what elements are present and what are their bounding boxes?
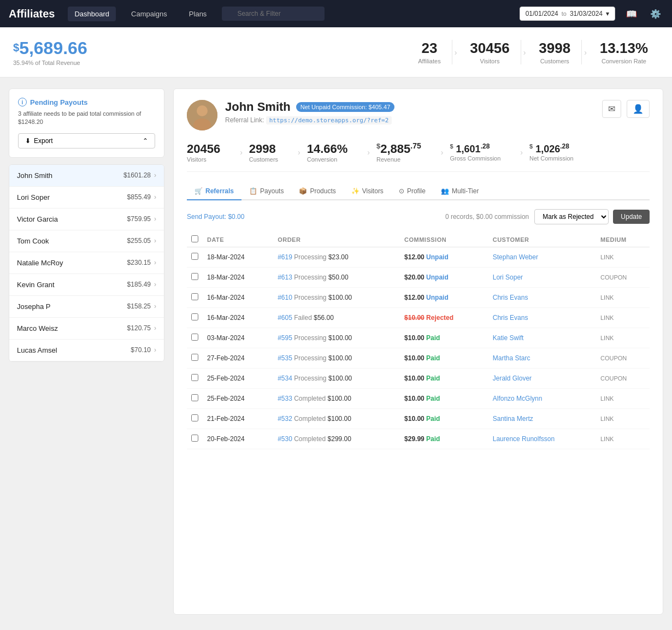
chevron-right-icon-6: ›	[154, 302, 156, 310]
affiliate-row-6[interactable]: Josepha P $158.25 ›	[9, 296, 164, 318]
order-link-2[interactable]: #610	[278, 294, 292, 301]
row-customer-5: Martha Starc	[488, 348, 596, 369]
affiliate-row-8[interactable]: Lucas Amsel $70.10 ›	[9, 340, 164, 361]
chevron-right-icon-1: ›	[154, 193, 156, 201]
tab-payouts[interactable]: 📋 Payouts	[241, 183, 291, 200]
aff-stat-conversion: 14.66% Conversion	[307, 142, 361, 163]
row-select-3[interactable]	[191, 313, 198, 320]
row-commission-1: $20.00 Unpaid	[400, 268, 488, 288]
affiliate-row-5[interactable]: Kevin Grant $185.49 ›	[9, 274, 164, 296]
affiliate-name-2: Victor Garcia	[17, 215, 127, 223]
row-select-6[interactable]	[191, 374, 198, 381]
update-button[interactable]: Update	[613, 210, 650, 224]
date-range-picker[interactable]: 01/01/2024 to 31/03/2024 ▾	[520, 7, 615, 21]
mark-as-select[interactable]: Mark as Rejected Mark as Paid Mark as Un…	[534, 209, 609, 224]
row-select-1[interactable]	[191, 273, 198, 280]
row-select-5[interactable]	[191, 354, 198, 361]
affiliate-name-0: John Smith	[17, 171, 123, 180]
affiliate-row-4[interactable]: Natalie McRoy $230.15 ›	[9, 252, 164, 274]
revenue-value: 5,689.66	[19, 38, 87, 58]
email-button[interactable]: ✉	[602, 100, 621, 118]
row-select-0[interactable]	[191, 253, 198, 260]
tab-visitors[interactable]: ✨ Visitors	[344, 183, 391, 200]
customer-link-4[interactable]: Katie Swift	[493, 334, 524, 342]
row-select-4[interactable]	[191, 334, 198, 341]
book-icon-btn[interactable]: 📖	[624, 7, 639, 21]
search-wrap: 🔍	[222, 7, 325, 21]
row-commission-0: $12.00 Unpaid	[400, 247, 488, 268]
send-payout-link[interactable]: Send Payout: $0.00	[187, 213, 244, 221]
tab-products-label: Products	[310, 187, 335, 195]
order-link-5[interactable]: #535	[278, 354, 292, 362]
order-link-9[interactable]: #530	[278, 435, 292, 443]
customer-link-8[interactable]: Santina Mertz	[493, 415, 533, 423]
order-link-6[interactable]: #534	[278, 375, 292, 382]
customer-link-2[interactable]: Chris Evans	[493, 294, 528, 301]
order-link-3[interactable]: #605	[278, 314, 292, 322]
row-checkbox-5	[187, 348, 203, 369]
nav-campaigns[interactable]: Campaigns	[125, 7, 174, 21]
row-checkbox-2	[187, 288, 203, 308]
row-select-8[interactable]	[191, 414, 198, 421]
customer-link-1[interactable]: Lori Soper	[493, 274, 523, 281]
tab-multitier[interactable]: 👥 Multi-Tier	[433, 183, 487, 200]
export-label: Export	[34, 137, 53, 145]
profile-icon: ⊙	[399, 187, 404, 195]
order-link-0[interactable]: #619	[278, 253, 292, 261]
row-order-4: #595 Processing $100.00	[273, 328, 400, 348]
affiliate-row-2[interactable]: Victor Garcia $759.95 ›	[9, 209, 164, 230]
row-medium-0: LINK	[596, 247, 650, 268]
pending-title: i Pending Payouts	[18, 98, 155, 106]
topnav: Affiliates Dashboard Campaigns Plans 🔍 0…	[0, 0, 672, 27]
conversion-label: Conversion Rate	[600, 58, 648, 64]
select-all-checkbox[interactable]	[191, 235, 198, 242]
row-order-amt-5: $100.00	[328, 354, 352, 362]
search-input[interactable]	[222, 7, 325, 21]
tab-profile[interactable]: ⊙ Profile	[391, 183, 433, 200]
row-date-9: 20-Feb-2024	[203, 429, 273, 449]
order-link-8[interactable]: #532	[278, 415, 292, 423]
tab-referrals[interactable]: 🛒 Referrals	[187, 183, 241, 200]
row-select-7[interactable]	[191, 394, 198, 401]
customer-link-5[interactable]: Martha Starc	[493, 354, 530, 362]
customer-link-7[interactable]: Alfonzo McGlynn	[493, 395, 543, 402]
row-select-2[interactable]	[191, 293, 198, 300]
aff-conversion-label: Conversion	[307, 156, 348, 163]
row-medium-3: LINK	[596, 308, 650, 328]
customer-link-6[interactable]: Jerald Glover	[493, 375, 532, 382]
customer-link-3[interactable]: Chris Evans	[493, 314, 528, 322]
table-row: 18-Mar-2024 #619 Processing $23.00 $12.0…	[187, 247, 650, 268]
main-revenue: $5,689.66 35.94% of Total Revenue	[13, 38, 87, 66]
affiliate-row-3[interactable]: Tom Cook $255.05 ›	[9, 230, 164, 252]
visitors-number: 30456	[470, 40, 509, 57]
row-select-9[interactable]	[191, 435, 198, 442]
order-link-1[interactable]: #613	[278, 274, 292, 281]
order-link-7[interactable]: #533	[278, 395, 292, 402]
affiliate-row-1[interactable]: Lori Soper $855.49 ›	[9, 187, 164, 209]
row-medium-5: COUPON	[596, 348, 650, 369]
tab-products[interactable]: 📦 Products	[291, 183, 343, 200]
affiliate-amount-4: $230.15	[127, 259, 151, 266]
aff-visitors-label: Visitors	[187, 156, 220, 163]
row-date-8: 21-Feb-2024	[203, 409, 273, 429]
row-checkbox-6	[187, 369, 203, 389]
medium-label-0: LINK	[600, 254, 614, 260]
aff-conversion-number: 14.66%	[307, 142, 348, 156]
table-row: 20-Feb-2024 #530 Completed $299.00 $29.9…	[187, 429, 650, 449]
nav-plans[interactable]: Plans	[182, 7, 214, 21]
affiliate-row-7[interactable]: Marco Weisz $120.75 ›	[9, 318, 164, 340]
export-button[interactable]: ⬇ Export ⌃	[18, 133, 155, 148]
detail-tabs: 🛒 Referrals 📋 Payouts 📦 Products ✨ Visit…	[187, 183, 650, 200]
user-icon-button[interactable]: 👤	[627, 100, 650, 118]
order-link-4[interactable]: #595	[278, 334, 292, 342]
customer-link-0[interactable]: Stephan Weber	[493, 253, 538, 261]
nav-dashboard[interactable]: Dashboard	[68, 7, 116, 21]
settings-icon-btn[interactable]: ⚙️	[648, 7, 663, 21]
affiliate-name-1: Lori Soper	[17, 193, 127, 201]
row-order-amt-7: $100.00	[328, 395, 351, 402]
affiliate-row-0[interactable]: John Smith $1601.28 ›	[9, 165, 164, 187]
row-date-6: 25-Feb-2024	[203, 369, 273, 389]
affiliate-amount-7: $120.75	[127, 324, 151, 332]
customer-link-9[interactable]: Laurence Runolfsson	[493, 435, 555, 443]
referral-url[interactable]: https://demo.storeapps.org/?ref=2	[266, 116, 392, 124]
